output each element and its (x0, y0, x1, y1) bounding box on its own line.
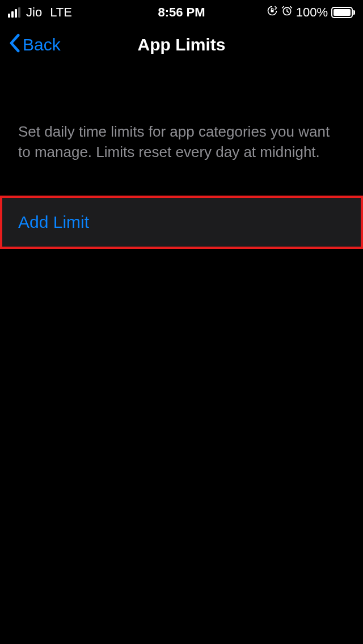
network-label: LTE (50, 5, 72, 20)
status-bar: Jio LTE 8:56 PM 100% (0, 0, 363, 25)
alarm-icon (281, 5, 293, 20)
battery-percent: 100% (296, 5, 328, 20)
content-area: Set daily time limits for app categories… (0, 65, 363, 249)
battery-icon (331, 7, 355, 18)
navigation-bar: Back App Limits (0, 25, 363, 65)
status-left: Jio LTE (8, 5, 72, 20)
signal-bars-icon (8, 7, 20, 18)
page-title: App Limits (138, 35, 226, 54)
back-label: Back (23, 35, 61, 54)
description-text: Set daily time limits for app categories… (0, 121, 363, 163)
add-limit-button[interactable]: Add Limit (2, 198, 361, 247)
status-time: 8:56 PM (158, 5, 205, 20)
chevron-left-icon (9, 33, 20, 57)
carrier-label: Jio (26, 5, 42, 20)
add-limit-highlight: Add Limit (0, 196, 363, 249)
svg-rect-0 (271, 10, 273, 12)
back-button[interactable]: Back (9, 33, 61, 57)
status-right: 100% (267, 5, 355, 20)
rotation-lock-icon (267, 5, 278, 20)
